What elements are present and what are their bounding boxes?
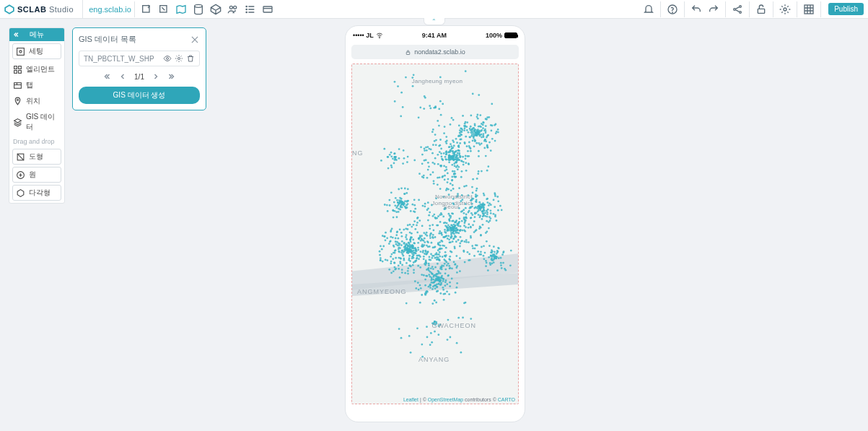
side-menu-title: 메뉴	[30, 30, 44, 40]
svg-point-710	[399, 229, 401, 231]
trash-icon[interactable]	[186, 54, 195, 63]
sidebar-shape-circle[interactable]: 원	[12, 167, 61, 183]
svg-point-940	[450, 217, 452, 219]
gis-points-layer	[352, 64, 518, 402]
svg-point-693	[398, 251, 400, 253]
svg-point-1439	[493, 245, 495, 248]
prev-page-icon[interactable]	[118, 72, 127, 81]
collapse-icon[interactable]	[12, 31, 19, 38]
svg-point-1176	[439, 280, 442, 282]
svg-point-812	[465, 214, 468, 216]
sidebar-item-settings[interactable]: 세팅	[12, 43, 61, 59]
gis-data-row[interactable]: TN_PBCTLT_W_SHP	[79, 51, 200, 66]
svg-point-1453	[497, 251, 499, 253]
edit-icon[interactable]	[138, 1, 155, 18]
settings-icon[interactable]	[776, 1, 794, 18]
sidebar-item-label: 도형	[29, 152, 43, 162]
sidebar-item-tab[interactable]: 탭	[9, 77, 64, 93]
url-bar[interactable]: nondata2.sclab.io	[351, 45, 519, 59]
svg-point-1268	[404, 200, 406, 202]
first-page-icon[interactable]	[102, 72, 111, 81]
pager: 1/1	[79, 72, 200, 81]
undo-icon[interactable]	[688, 1, 705, 18]
gear-icon[interactable]	[175, 54, 183, 63]
svg-point-510	[381, 248, 383, 251]
close-icon[interactable]	[190, 35, 200, 45]
list-icon[interactable]	[242, 1, 259, 18]
bell-icon[interactable]	[640, 1, 657, 18]
svg-point-604	[424, 244, 426, 246]
svg-point-259	[427, 162, 429, 164]
svg-point-1261	[398, 204, 400, 206]
cube-icon[interactable]	[207, 1, 224, 18]
eye-icon[interactable]	[163, 54, 172, 63]
svg-point-592	[397, 238, 399, 240]
gis-data-name: TN_PBCTLT_W_SHP	[84, 55, 160, 63]
map-viewport[interactable]: Jangheung myeonNGNowondistrictJongno dis…	[351, 64, 519, 404]
canvas-tab-toggle[interactable]: ⌃	[424, 18, 445, 25]
expand-icon[interactable]	[800, 1, 817, 18]
generate-gis-button[interactable]: GIS 데이터 생성	[79, 87, 200, 104]
svg-point-979	[431, 236, 434, 238]
svg-point-889	[432, 215, 434, 217]
svg-point-990	[444, 225, 447, 227]
osm-link[interactable]: OpenStreetMap	[428, 397, 463, 402]
svg-point-854	[457, 239, 460, 241]
svg-point-225	[440, 165, 442, 167]
svg-point-815	[465, 226, 467, 228]
svg-point-1564	[445, 136, 447, 138]
svg-point-511	[405, 238, 408, 240]
svg-point-481	[408, 259, 410, 261]
svg-point-987	[425, 253, 427, 256]
sidebar-item-element[interactable]: 엘리먼트	[9, 61, 64, 77]
publish-button[interactable]: Publish	[828, 3, 864, 15]
next-page-icon[interactable]	[152, 72, 160, 81]
leaflet-link[interactable]: Leaflet	[403, 397, 418, 402]
svg-point-991	[444, 255, 446, 257]
svg-rect-20	[19, 66, 22, 69]
last-page-icon[interactable]	[167, 72, 176, 81]
svg-point-917	[452, 240, 454, 243]
svg-point-1559	[400, 115, 402, 117]
users-icon[interactable]	[224, 1, 242, 18]
map-attribution: Leaflet | © OpenStreetMap contributors ©…	[403, 397, 515, 402]
svg-rect-30	[406, 52, 410, 54]
svg-point-910	[424, 205, 426, 207]
edit2-icon[interactable]	[155, 1, 172, 18]
database-icon[interactable]	[190, 1, 207, 18]
svg-point-1153	[433, 282, 435, 284]
svg-point-136	[433, 183, 435, 185]
map-icon[interactable]	[172, 1, 190, 18]
unlock-icon[interactable]	[753, 1, 770, 18]
svg-point-882	[426, 245, 428, 247]
svg-point-572	[405, 236, 407, 238]
svg-point-1513	[434, 331, 436, 333]
svg-point-1082	[456, 287, 458, 289]
svg-point-906	[434, 246, 436, 248]
svg-point-700	[439, 256, 441, 258]
svg-point-165	[448, 161, 450, 163]
card-icon[interactable]	[259, 1, 276, 18]
svg-point-159	[413, 160, 416, 162]
side-menu-header: 메뉴	[9, 28, 64, 41]
svg-point-336	[488, 142, 491, 144]
svg-point-1558	[491, 103, 493, 105]
redo-icon[interactable]	[705, 1, 722, 18]
svg-point-1588	[451, 117, 453, 119]
sidebar-item-location[interactable]: 위치	[9, 93, 64, 109]
svg-point-864	[442, 236, 444, 238]
svg-point-573	[423, 258, 425, 260]
help-icon[interactable]	[664, 1, 681, 18]
svg-point-318	[497, 129, 499, 131]
share-icon[interactable]	[729, 1, 746, 18]
svg-point-425	[460, 134, 463, 136]
svg-point-129	[426, 177, 429, 179]
svg-point-391	[473, 127, 475, 129]
sidebar-shape-generic[interactable]: 도형	[12, 149, 61, 165]
sidebar-shape-polygon[interactable]: 다각형	[12, 185, 61, 201]
svg-point-333	[458, 125, 460, 127]
svg-point-1150	[424, 294, 426, 296]
carto-link[interactable]: CARTO	[498, 397, 515, 402]
sidebar-item-gis[interactable]: GIS 데이터	[9, 109, 64, 135]
svg-rect-19	[14, 66, 17, 69]
